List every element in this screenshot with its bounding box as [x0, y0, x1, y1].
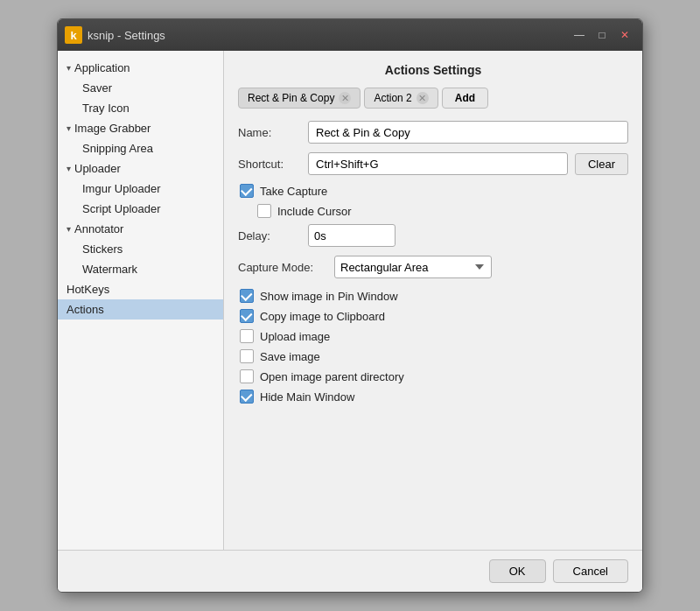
sidebar-item-saver[interactable]: Saver	[58, 78, 223, 98]
sidebar-item-image-grabber[interactable]: ▾ Image Grabber	[58, 118, 223, 138]
include-cursor-checkbox[interactable]	[257, 204, 271, 218]
sidebar-item-label: Image Grabber	[74, 122, 150, 135]
delay-input[interactable]	[309, 227, 396, 245]
sidebar-item-watermark[interactable]: Watermark	[58, 259, 223, 279]
show-pin-label: Show image in Pin Window	[260, 290, 398, 303]
sidebar-item-hotkeys[interactable]: HotKeys	[58, 279, 223, 299]
copy-clipboard-label: Copy image to Clipboard	[260, 310, 385, 323]
capture-mode-label: Capture Mode:	[238, 261, 334, 274]
capture-mode-select[interactable]: Rectangular Area Full Screen Last Area W…	[334, 256, 492, 278]
minimize-button[interactable]: —	[569, 26, 590, 44]
tab-close-icon[interactable]: ✕	[416, 92, 429, 104]
upload-image-label: Upload image	[260, 330, 330, 343]
shortcut-input[interactable]	[308, 152, 568, 175]
ok-button[interactable]: OK	[489, 559, 546, 583]
tab-label: Rect & Pin & Copy	[248, 92, 334, 104]
sidebar-item-label: Script Uploader	[82, 202, 161, 215]
sidebar-item-imgur-uploader[interactable]: Imgur Uploader	[58, 179, 223, 199]
show-pin-checkbox[interactable]	[240, 289, 254, 303]
close-button[interactable]: ✕	[614, 26, 635, 44]
sidebar-item-label: HotKeys	[66, 283, 109, 296]
tabs-row: Rect & Pin & Copy ✕ Action 2 ✕ Add	[238, 88, 628, 109]
sidebar-item-label: Saver	[82, 81, 112, 95]
sidebar-item-tray-icon[interactable]: Tray Icon	[58, 98, 223, 118]
open-parent-label: Open image parent directory	[260, 370, 404, 383]
tab-rect-pin-copy[interactable]: Rect & Pin & Copy ✕	[238, 88, 360, 109]
upload-image-checkbox[interactable]	[240, 329, 254, 343]
sidebar-item-label: Uploader	[74, 162, 121, 175]
open-parent-row: Open image parent directory	[238, 369, 628, 383]
sidebar-item-actions[interactable]: Actions	[58, 299, 223, 320]
shortcut-row: Shortcut: Clear	[238, 152, 628, 175]
sidebar-item-label: Actions	[66, 303, 104, 316]
titlebar: k ksnip - Settings — □ ✕	[58, 19, 642, 51]
name-row: Name:	[238, 121, 628, 144]
sidebar-item-script-uploader[interactable]: Script Uploader	[58, 199, 223, 219]
hide-main-label: Hide Main Window	[260, 390, 354, 404]
panel-title: Actions Settings	[238, 63, 628, 77]
tab-close-icon[interactable]: ✕	[339, 92, 351, 104]
sidebar-item-label: Snipping Area	[82, 142, 153, 155]
settings-window: k ksnip - Settings — □ ✕ ▾ Application S…	[57, 18, 643, 593]
arrow-icon: ▾	[66, 63, 71, 73]
name-label: Name:	[238, 126, 308, 139]
sidebar: ▾ Application Saver Tray Icon ▾ Image Gr…	[58, 51, 224, 550]
save-image-row: Save image	[238, 349, 628, 363]
capture-mode-row: Capture Mode: Rectangular Area Full Scre…	[238, 256, 628, 278]
sidebar-item-uploader[interactable]: ▾ Uploader	[58, 158, 223, 179]
arrow-icon: ▾	[66, 123, 71, 133]
take-capture-checkbox[interactable]	[240, 184, 254, 198]
delay-row: Delay: ▲ ▼	[238, 224, 628, 247]
delay-spinner[interactable]: ▲ ▼	[308, 224, 396, 247]
show-pin-row: Show image in Pin Window	[238, 289, 628, 303]
arrow-icon: ▾	[66, 164, 71, 173]
titlebar-controls: — □ ✕	[569, 26, 635, 44]
sidebar-item-application[interactable]: ▾ Application	[58, 58, 223, 78]
add-tab-button[interactable]: Add	[442, 88, 488, 109]
take-capture-row: Take Capture	[238, 184, 628, 198]
hide-main-row: Hide Main Window	[238, 390, 628, 404]
save-image-checkbox[interactable]	[240, 349, 254, 363]
take-capture-label: Take Capture	[260, 185, 327, 198]
upload-image-row: Upload image	[238, 329, 628, 343]
bottom-bar: OK Cancel	[58, 550, 642, 592]
save-image-label: Save image	[260, 350, 320, 363]
shortcut-label: Shortcut:	[238, 158, 308, 171]
sidebar-item-annotator[interactable]: ▾ Annotator	[58, 219, 223, 239]
hide-main-checkbox[interactable]	[240, 390, 254, 404]
clear-button[interactable]: Clear	[575, 153, 628, 175]
cancel-button[interactable]: Cancel	[553, 559, 628, 583]
tab-action2[interactable]: Action 2 ✕	[364, 88, 438, 109]
sidebar-item-label: Annotator	[74, 222, 123, 235]
sidebar-item-label: Imgur Uploader	[82, 182, 161, 195]
sidebar-item-stickers[interactable]: Stickers	[58, 239, 223, 259]
delay-label: Delay:	[238, 229, 308, 242]
name-input[interactable]	[308, 121, 628, 144]
sidebar-item-snipping-area[interactable]: Snipping Area	[58, 138, 223, 158]
sidebar-item-label: Application	[74, 61, 130, 74]
window-title: ksnip - Settings	[88, 29, 165, 42]
include-cursor-label: Include Cursor	[277, 205, 352, 218]
titlebar-left: k ksnip - Settings	[65, 26, 165, 44]
arrow-icon: ▾	[66, 224, 71, 234]
sidebar-item-label: Tray Icon	[82, 102, 130, 115]
maximize-button[interactable]: □	[592, 26, 612, 44]
open-parent-checkbox[interactable]	[240, 369, 254, 383]
tab-label: Action 2	[374, 92, 411, 104]
main-panel: Actions Settings Rect & Pin & Copy ✕ Act…	[224, 51, 642, 550]
copy-clipboard-row: Copy image to Clipboard	[238, 309, 628, 323]
include-cursor-row: Include Cursor	[238, 204, 628, 218]
sidebar-item-label: Stickers	[82, 242, 122, 256]
app-logo: k	[65, 26, 82, 44]
copy-clipboard-checkbox[interactable]	[240, 309, 254, 323]
sidebar-item-label: Watermark	[82, 263, 137, 276]
